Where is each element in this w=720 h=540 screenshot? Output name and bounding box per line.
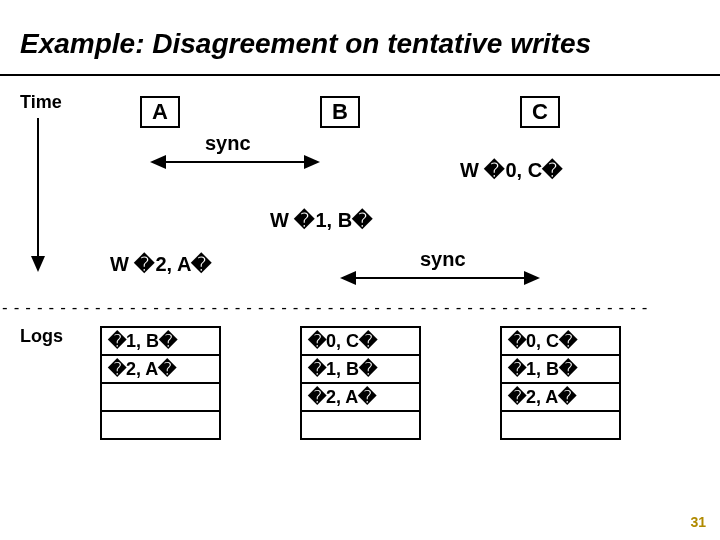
node-b-box: B [320,96,360,128]
slide-number: 31 [690,514,706,530]
slide: Example: Disagreement on tentative write… [0,0,720,540]
log-b-row1: �1, B� [301,355,420,383]
log-b-row3 [301,411,420,439]
write-w0c: W �0, C� [460,158,563,182]
sync-arrow-2-icon [340,271,540,285]
log-c-row3 [501,411,620,439]
time-label: Time [20,92,62,113]
svg-marker-4 [304,155,320,169]
node-a-box: A [140,96,180,128]
sync-label-2: sync [420,248,466,271]
arrows-overlay [0,0,720,540]
log-a-row2 [101,383,220,411]
sync-arrow-1-icon [150,155,320,169]
log-b-row0: �0, C� [301,327,420,355]
slide-title: Example: Disagreement on tentative write… [20,28,591,60]
title-underline [0,74,720,76]
time-arrow-icon [31,118,45,272]
sync-label-1: sync [205,132,251,155]
svg-marker-6 [340,271,356,285]
log-c-row2: �2, A� [501,383,620,411]
write-w1b: W �1, B� [270,208,373,232]
log-a-row1: �2, A� [101,355,220,383]
log-c-row0: �0, C� [501,327,620,355]
log-b-row2: �2, A� [301,383,420,411]
log-c-row1: �1, B� [501,355,620,383]
write-w2a: W �2, A� [110,252,212,276]
svg-marker-1 [31,256,45,272]
svg-marker-3 [150,155,166,169]
node-c-box: C [520,96,560,128]
log-table-c: �0, C� �1, B� �2, A� [500,326,621,440]
logs-label: Logs [20,326,63,347]
log-a-row3 [101,411,220,439]
log-table-a: �1, B� �2, A� [100,326,221,440]
section-divider: ----------------------------------------… [0,298,720,317]
svg-marker-7 [524,271,540,285]
log-a-row0: �1, B� [101,327,220,355]
log-table-b: �0, C� �1, B� �2, A� [300,326,421,440]
